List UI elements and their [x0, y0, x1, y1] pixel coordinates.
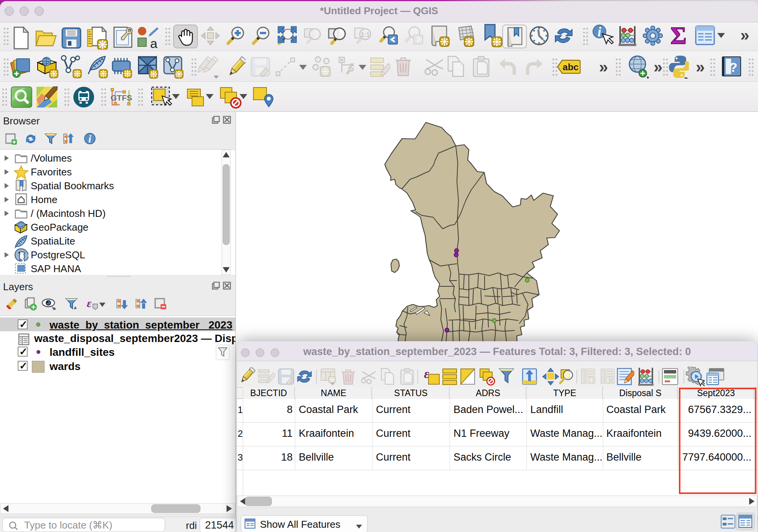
- svg-text:ε: ε: [87, 297, 92, 309]
- svg-text:GTFS: GTFS: [111, 93, 132, 102]
- svg-text:?: ?: [730, 60, 738, 74]
- svg-text:i: i: [88, 133, 91, 145]
- svg-text:abc: abc: [563, 62, 578, 72]
- svg-text:Σ: Σ: [670, 24, 687, 47]
- svg-text:ε: ε: [424, 367, 429, 381]
- svg-text:1:1: 1:1: [361, 31, 369, 38]
- svg-text:i: i: [597, 25, 601, 40]
- svg-text:a: a: [150, 36, 157, 50]
